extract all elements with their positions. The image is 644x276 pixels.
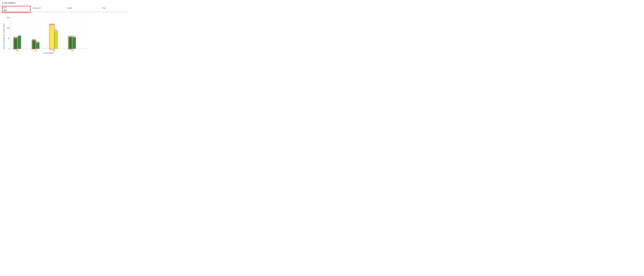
state-input[interactable] bbox=[67, 9, 100, 12]
ip-label: IP bbox=[35, 50, 37, 52]
city-filter: City bbox=[102, 7, 128, 12]
er-bar2 bbox=[18, 36, 21, 49]
npi-filter: NPI bbox=[2, 6, 30, 13]
er-bar1 bbox=[14, 38, 17, 49]
npi-input[interactable] bbox=[3, 9, 29, 12]
city-label: City bbox=[102, 7, 128, 9]
group-id-input[interactable] bbox=[32, 9, 65, 12]
x-axis-label: costCategory bbox=[43, 52, 54, 54]
filter-bar: NPI Group ID State City bbox=[0, 5, 644, 14]
state-filter: State bbox=[67, 7, 100, 12]
pr-bar2 bbox=[72, 37, 76, 49]
op-label: OP bbox=[52, 50, 55, 52]
ip-bar1 bbox=[32, 40, 36, 49]
op-bar1-label: 113.83 bbox=[50, 23, 54, 25]
page-title: Cost Matrix bbox=[0, 0, 644, 5]
er-label: ER bbox=[16, 50, 19, 52]
pr-bar2-label: 55.8 bbox=[72, 35, 76, 37]
npi-label: NPI bbox=[3, 7, 29, 9]
op-bar1 bbox=[50, 25, 54, 49]
op-bar2-label: 87.7 bbox=[54, 29, 58, 31]
y-tick-0: 0 bbox=[9, 48, 10, 50]
group-id-label: Group ID bbox=[32, 7, 65, 9]
chart-container: Book Of Business: Actual Filter 0 50 100… bbox=[2, 16, 88, 57]
group-id-filter: Group ID bbox=[32, 7, 65, 12]
pr-bar1 bbox=[69, 37, 72, 49]
state-label: State bbox=[67, 7, 100, 9]
ip-bar2-label: 30.8 bbox=[36, 41, 40, 42]
bar-chart: Book Of Business: Actual Filter 0 50 100… bbox=[2, 16, 88, 57]
pr-bar1-label: 55.55 bbox=[68, 35, 72, 37]
op-bar2 bbox=[54, 31, 58, 49]
er-bar1-label: 50.37 bbox=[14, 36, 18, 38]
y-axis-label: Book Of Business: Actual Filter bbox=[3, 23, 5, 49]
er-bar2-label: 61.4 bbox=[18, 34, 21, 36]
y-tick-50: 50 bbox=[8, 37, 10, 39]
ip-bar1-label: 39.77 bbox=[32, 39, 36, 40]
y-tick-100: 100 bbox=[7, 27, 10, 29]
ip-bar2 bbox=[36, 42, 40, 49]
city-input[interactable] bbox=[102, 9, 128, 12]
pr-label: PR bbox=[71, 50, 74, 52]
y-tick-150: 150 bbox=[7, 16, 10, 18]
